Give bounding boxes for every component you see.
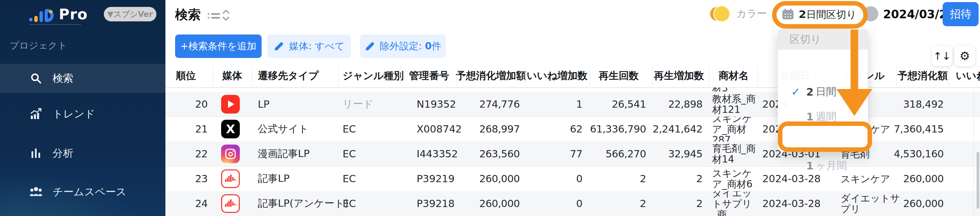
invite-button[interactable]: 招待 <box>943 2 978 26</box>
column-header-14[interactable]: いいね数 <box>956 65 980 87</box>
column-header-6[interactable]: 予想消化増加額 <box>456 65 527 87</box>
dropdown-item-2[interactable]: 1週間 <box>778 104 868 129</box>
red-wing-icon <box>221 169 240 188</box>
cell-management-number: P39218 <box>417 191 455 216</box>
cell-expected-spend-increase: 260,000 <box>457 191 520 216</box>
cell-product-name: ダイエットサプリ_商 <box>712 191 756 216</box>
header-separator <box>338 66 339 86</box>
cell-product-name: 教材系_商材121 <box>712 92 756 117</box>
logo-bar-icon <box>34 16 38 22</box>
dropdown-item-1[interactable]: ✓2日間 <box>778 80 868 104</box>
column-header-4[interactable]: ジャンル種別 <box>343 65 404 87</box>
period-select[interactable]: 2日間区切り <box>777 5 863 24</box>
cell-management-number: N19352 <box>417 92 456 117</box>
cell-like-increase: 62 <box>525 117 582 142</box>
search-icon <box>29 71 43 85</box>
cell-rank: 21 <box>166 117 208 142</box>
cell-genre-type: EC <box>343 142 356 166</box>
cell-like-increase: 1 <box>525 92 582 117</box>
header-separator <box>590 66 590 86</box>
cell-play-increase: 2,241,642 <box>652 117 702 142</box>
cell-media: X <box>221 117 240 142</box>
column-header-13[interactable]: 予想消化額 <box>898 65 948 87</box>
cell-rank: 20 <box>166 92 208 117</box>
column-header-1[interactable]: 順位 <box>176 65 196 87</box>
cell-play-increase: 22,898 <box>652 92 702 117</box>
cell-play-increase: 2 <box>652 191 702 216</box>
sidebar-item-teamspace[interactable]: チームスペース <box>0 177 165 207</box>
cell-play-count: 566,270 <box>590 142 646 166</box>
cell-media <box>221 166 240 191</box>
column-header-3[interactable]: 遷移先タイプ <box>258 65 319 87</box>
app-logo[interactable]: Pro <box>29 6 88 22</box>
cell-expected-spend-increase: 274,776 <box>457 92 520 117</box>
gear-icon[interactable]: ⚙ <box>955 46 975 66</box>
table-divider <box>974 88 974 216</box>
dropdown-item-num: 1 <box>806 111 813 123</box>
header-separator <box>457 66 458 86</box>
header-separator <box>652 66 653 86</box>
cell-genre-type: EC <box>343 166 356 191</box>
header-separator <box>896 66 897 86</box>
period-dropdown: 区切り ✓2日間1週間2週間1ヶ月間 <box>778 29 868 152</box>
column-header-5[interactable]: 管理番号 <box>409 65 449 87</box>
sidebar-item-label: チームスペース <box>52 185 127 199</box>
cell-expected-spend: 260,000 <box>896 166 943 191</box>
cell-expected-spend: 260,000 <box>896 191 943 216</box>
cell-play-count: 2 <box>590 166 646 191</box>
cell-media <box>221 191 240 216</box>
cell-destination-type: 公式サイト <box>258 117 309 142</box>
sidebar-item-trend[interactable]: トレンド <box>0 99 165 128</box>
header-separator <box>757 66 758 86</box>
header-separator <box>709 66 709 86</box>
cell-rank: 23 <box>166 166 208 191</box>
column-header-7[interactable]: いいね増加数 <box>527 65 588 87</box>
table-sort-button[interactable]: ↑↓ <box>932 46 952 66</box>
cell-expected-spend: 7,360,415 <box>896 117 943 142</box>
cell-expected-spend-increase: 260,000 <box>457 166 520 191</box>
cell-genre-type: EC <box>343 117 356 142</box>
sidebar-item-analytics[interactable]: 分析 <box>0 139 165 168</box>
column-header-2[interactable]: 媒体 <box>222 65 242 87</box>
cell-play-increase: 2 <box>652 166 702 191</box>
version-badge[interactable]: ▼スプシVer <box>104 7 156 21</box>
logo-text: Pro <box>59 7 88 22</box>
cell-expected-spend: 318,492 <box>896 92 943 117</box>
dropdown-item-text: 日間 <box>816 85 837 99</box>
dropdown-item-text: 週間 <box>816 110 837 124</box>
cell-like-increase: 0 <box>525 166 582 191</box>
team-icon <box>29 185 43 199</box>
column-header-9[interactable]: 再生増加数 <box>654 65 704 87</box>
cell-management-number: I443352 <box>417 142 458 166</box>
cell-media <box>221 142 240 166</box>
dropdown-item-3[interactable]: 2週間 <box>778 128 868 152</box>
cell-like-increase: 77 <box>525 142 582 166</box>
dropdown-item-text: ヶ月間 <box>816 159 847 173</box>
dropdown-item-num: 1 <box>806 160 813 172</box>
clock-icon[interactable] <box>863 6 878 21</box>
dropdown-item-4[interactable]: 1ヶ月間 <box>778 153 868 178</box>
cell-like-increase: 0 <box>525 191 582 216</box>
logo-underline <box>29 24 81 25</box>
cell-genre-type: EC <box>343 191 356 216</box>
period-value-text: 日間区切り <box>806 9 857 20</box>
sidebar: Pro ▼スプシVer プロジェクト 検索 トレンド 分析 チームスペース <box>0 0 165 216</box>
sidebar-item-label: トレンド <box>52 107 95 121</box>
project-section-label: プロジェクト <box>10 39 67 52</box>
column-header-10[interactable]: 商材名 <box>719 65 749 87</box>
sidebar-item-search[interactable]: 検索 <box>0 64 165 93</box>
vertical-scrollbar[interactable] <box>977 152 979 209</box>
cell-destination-type: 記事LP <box>258 166 290 191</box>
sidebar-item-label: 検索 <box>52 71 73 85</box>
table-row[interactable]: 24記事LP(アンケート)ECP39218260,000022ダイエットサプリ_… <box>165 191 980 216</box>
logo-bar-icon <box>40 11 43 22</box>
logo-d-icon <box>45 9 54 22</box>
cell-product-name: スキンケア_商材287 <box>712 117 756 142</box>
logo-dot-icon <box>29 18 33 21</box>
cell-product-name: 育毛剤_商材14 <box>712 142 756 166</box>
column-header-8[interactable]: 再生回数 <box>599 65 639 87</box>
header-separator <box>213 66 213 86</box>
sidebar-item-label: 分析 <box>52 146 73 161</box>
cell-expected-spend-increase: 268,997 <box>457 117 520 142</box>
cell-publish-date: 2024-03-28 <box>762 191 821 216</box>
